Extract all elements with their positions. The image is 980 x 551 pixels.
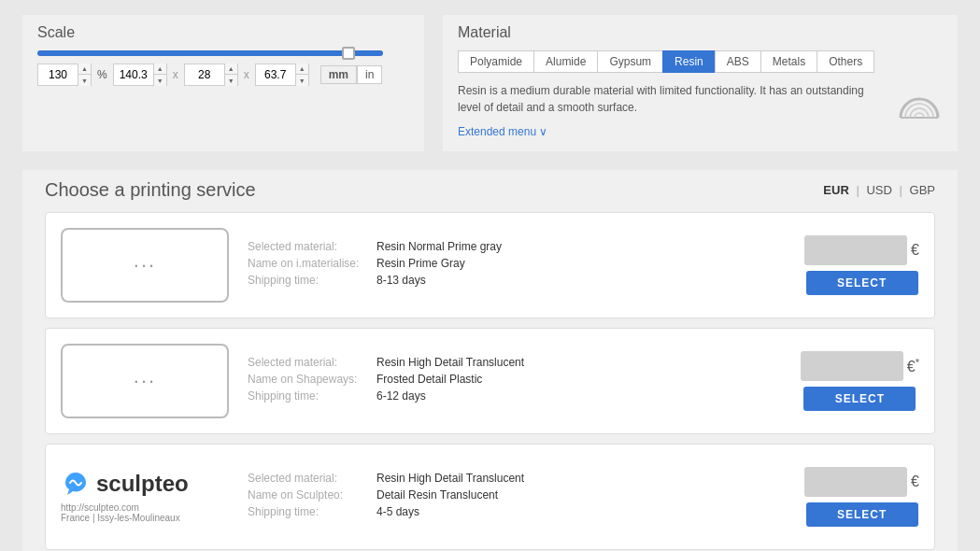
tab-others[interactable]: Others — [817, 50, 874, 73]
percent-spinners: ▲ ▼ — [78, 64, 91, 86]
dim-x-up-btn[interactable]: ▲ — [153, 64, 166, 75]
scale-section: Scale ▲ ▼ % ▲ — [22, 15, 424, 151]
select-btn-1[interactable]: SELECT — [806, 271, 918, 295]
detail-row-shipping-1: Shipping time: 8-13 days — [248, 274, 786, 287]
detail-label-shipping-2: Shipping time: — [248, 389, 369, 403]
material-section: Material Polyamide Alumide Gypsum Resin … — [443, 15, 958, 151]
card-details-2: Selected material: Resin High Detail Tra… — [248, 356, 782, 406]
detail-value-material-1: Resin Normal Prime gray — [376, 240, 502, 253]
detail-label-material-2: Selected material: — [248, 356, 369, 369]
card-price-area-3: € SELECT — [804, 467, 919, 527]
price-box-1 — [804, 235, 907, 265]
top-row: Scale ▲ ▼ % ▲ — [22, 15, 958, 151]
detail-value-name-1: Resin Prime Gray — [376, 257, 465, 270]
select-btn-2[interactable]: SELECT — [803, 387, 916, 411]
scale-title: Scale — [37, 24, 409, 41]
material-desc-text: Resin is a medium durable material with … — [458, 82, 887, 116]
dim-z-group: ▲ ▼ — [255, 64, 309, 86]
slider-container — [37, 50, 383, 56]
percent-down-btn[interactable]: ▼ — [78, 75, 91, 86]
service-card-3: sculpteo http://sculpteo.com France | Is… — [45, 444, 935, 550]
service-header: Choose a printing service EUR | USD | GB… — [45, 179, 935, 201]
dim-y-up-btn[interactable]: ▲ — [224, 64, 237, 75]
dim-z-spinners: ▲ ▼ — [295, 64, 308, 86]
currency-eur[interactable]: EUR — [823, 183, 848, 197]
main-container: Scale ▲ ▼ % ▲ — [0, 0, 980, 551]
price-box-3 — [804, 467, 907, 497]
tab-gypsum[interactable]: Gypsum — [597, 50, 662, 73]
detail-row-shipping-2: Shipping time: 6-12 days — [248, 389, 782, 403]
sculpteo-name: sculpteo — [96, 471, 189, 497]
card-details-3: Selected material: Resin High Detail Tra… — [248, 472, 786, 522]
percent-input[interactable] — [38, 64, 78, 85]
detail-label-shipping-1: Shipping time: — [248, 274, 369, 287]
currency-sep-2: | — [900, 183, 902, 197]
dim-z-up-btn[interactable]: ▲ — [295, 64, 308, 75]
detail-value-shipping-3: 4-5 days — [376, 505, 419, 518]
dim-y-input[interactable] — [185, 64, 224, 85]
price-box-row-1: € — [804, 235, 919, 265]
detail-value-name-2: Frosted Detail Plastic — [376, 373, 482, 386]
material-description: Resin is a medium durable material with … — [458, 82, 943, 120]
dim-x-spinners: ▲ ▼ — [153, 64, 166, 86]
dim-z-down-btn[interactable]: ▼ — [295, 75, 308, 86]
slider-thumb[interactable] — [342, 47, 355, 60]
select-btn-3[interactable]: SELECT — [806, 502, 918, 527]
card-details-1: Selected material: Resin Normal Prime gr… — [248, 240, 786, 290]
euro-symbol-1: € — [911, 242, 919, 259]
detail-row-material-3: Selected material: Resin High Detail Tra… — [248, 472, 786, 485]
tab-alumide[interactable]: Alumide — [533, 50, 597, 73]
detail-label-name-1: Name on i.materialise: — [248, 257, 369, 270]
x-separator-1: x — [173, 68, 178, 81]
dim-y-down-btn[interactable]: ▼ — [224, 75, 237, 86]
detail-label-shipping-3: Shipping time: — [248, 505, 369, 518]
price-box-2 — [801, 351, 903, 381]
dim-y-spinners: ▲ ▼ — [224, 64, 237, 86]
sculpteo-location: France | Issy-les-Moulineaux — [61, 513, 229, 523]
tab-polyamide[interactable]: Polyamide — [458, 50, 533, 73]
dim-x-input[interactable] — [114, 64, 153, 85]
tab-abs[interactable]: ABS — [715, 50, 760, 73]
percent-up-btn[interactable]: ▲ — [78, 64, 91, 75]
detail-value-shipping-2: 6-12 days — [376, 389, 426, 403]
unit-mm-btn[interactable]: mm — [320, 65, 357, 84]
card-price-area-1: € SELECT — [804, 235, 919, 295]
detail-label-name-3: Name on Sculpteo: — [248, 488, 369, 502]
dim-x-down-btn[interactable]: ▼ — [153, 75, 166, 86]
asterisk-2: * — [916, 357, 919, 368]
detail-value-name-3: Detail Resin Translucent — [376, 488, 498, 502]
currency-usd[interactable]: USD — [866, 183, 891, 197]
card-logo-dots-1: ··· — [134, 253, 156, 277]
detail-value-material-3: Resin High Detail Translucent — [376, 472, 524, 485]
dim-z-input[interactable] — [256, 64, 295, 85]
card-price-area-2: €* SELECT — [801, 351, 919, 411]
material-icon — [896, 82, 943, 120]
tab-resin[interactable]: Resin — [662, 50, 715, 73]
currency-sep-1: | — [856, 183, 859, 197]
card-logo-dots-2: ··· — [134, 369, 156, 393]
x-separator-2: x — [244, 68, 249, 81]
extended-menu-btn[interactable]: Extended menu ∨ — [458, 125, 943, 138]
unit-in-btn[interactable]: in — [357, 65, 382, 84]
unit-buttons: mm in — [320, 65, 383, 84]
percent-label: % — [97, 68, 107, 81]
sculpteo-logo-area: sculpteo http://sculpteo.com France | Is… — [61, 459, 229, 534]
extended-menu-label: Extended menu — [458, 125, 536, 138]
percent-input-group: ▲ ▼ — [37, 64, 92, 86]
slider-track — [37, 50, 383, 56]
service-title: Choose a printing service — [45, 179, 256, 201]
service-card-1: ··· Selected material: Resin Normal Prim… — [45, 212, 935, 318]
detail-row-name-3: Name on Sculpteo: Detail Resin Transluce… — [248, 488, 786, 502]
price-box-row-3: € — [804, 467, 919, 497]
detail-row-shipping-3: Shipping time: 4-5 days — [248, 505, 786, 518]
detail-row-material-2: Selected material: Resin High Detail Tra… — [248, 356, 782, 369]
sculpteo-url: http://sculpteo.com — [61, 502, 229, 513]
sculpteo-brand: sculpteo — [61, 471, 229, 497]
card-logo-2: ··· — [61, 344, 229, 418]
tab-metals[interactable]: Metals — [760, 50, 817, 73]
detail-row-name-1: Name on i.materialise: Resin Prime Gray — [248, 257, 786, 270]
detail-value-shipping-1: 8-13 days — [376, 274, 426, 287]
detail-label-material-1: Selected material: — [248, 240, 369, 253]
currency-gbp[interactable]: GBP — [910, 183, 935, 197]
material-title: Material — [458, 24, 943, 41]
